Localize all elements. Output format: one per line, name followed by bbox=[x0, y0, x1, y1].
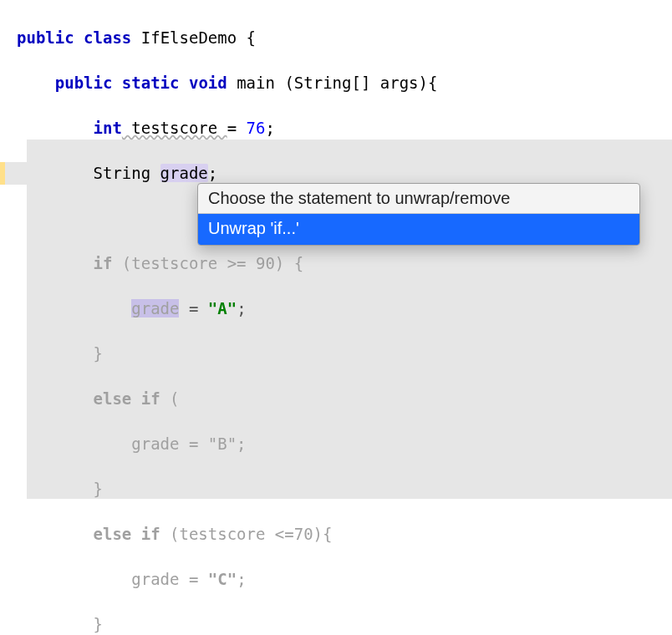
var-testscore: testscore bbox=[122, 119, 227, 137]
var-grade-assign: grade bbox=[131, 299, 179, 318]
code-line: } bbox=[17, 343, 672, 365]
gutter-indicator bbox=[0, 162, 5, 185]
code-line: grade = "C"; bbox=[17, 568, 672, 591]
code-line: public static void main (String[] args){ bbox=[17, 72, 672, 94]
popup-title: Choose the statement to unwrap/remove bbox=[198, 184, 639, 214]
method-name: main bbox=[237, 74, 275, 92]
keyword-public: public bbox=[17, 28, 74, 47]
code-editor[interactable]: public class IfElseDemo { public static … bbox=[0, 0, 672, 635]
code-line: int testscore = 76; bbox=[17, 117, 672, 140]
var-grade: grade bbox=[160, 164, 208, 182]
code-line: else if (testscore <=70){ bbox=[17, 523, 672, 546]
code-line: } bbox=[17, 613, 672, 635]
unwrap-popup: Choose the statement to unwrap/remove Un… bbox=[197, 183, 640, 246]
class-name: IfElseDemo bbox=[141, 28, 237, 47]
popup-item-unwrap-if[interactable]: Unwrap 'if...' bbox=[198, 214, 639, 245]
code-line-active: grade = "A"; bbox=[17, 297, 672, 320]
keyword-class: class bbox=[84, 28, 131, 47]
string-A: "A" bbox=[208, 299, 237, 318]
code-line: String grade; bbox=[17, 162, 672, 185]
code-line: grade = "B"; bbox=[17, 433, 672, 455]
code-line: } bbox=[17, 478, 672, 500]
code-line: public class IfElseDemo { bbox=[17, 27, 672, 49]
literal-76: 76 bbox=[247, 119, 266, 137]
code-line: if (testscore >= 90) { bbox=[17, 252, 672, 275]
code-line: else if ( bbox=[17, 388, 672, 410]
